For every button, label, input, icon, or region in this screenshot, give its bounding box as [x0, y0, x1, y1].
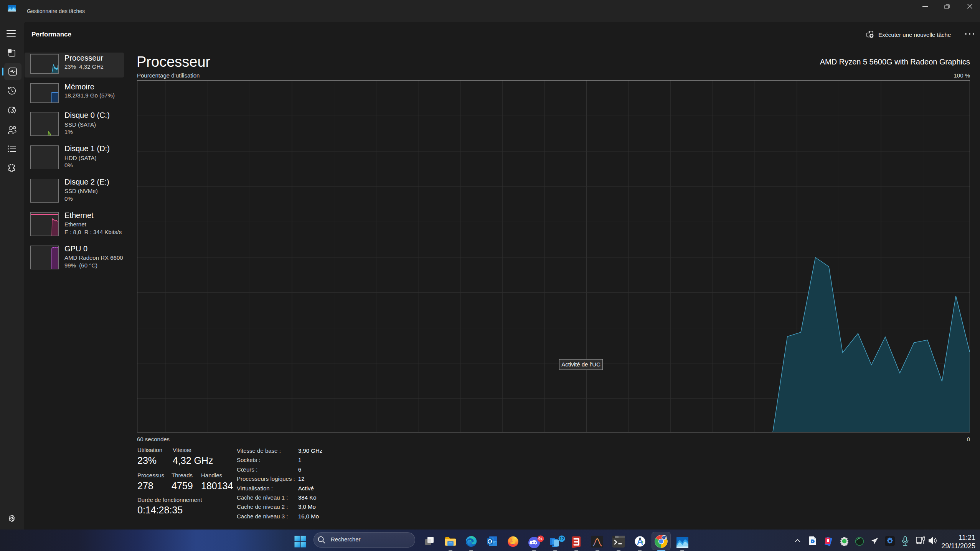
svg-text:9+: 9+	[538, 536, 543, 541]
svg-text:12: 12	[559, 536, 564, 541]
